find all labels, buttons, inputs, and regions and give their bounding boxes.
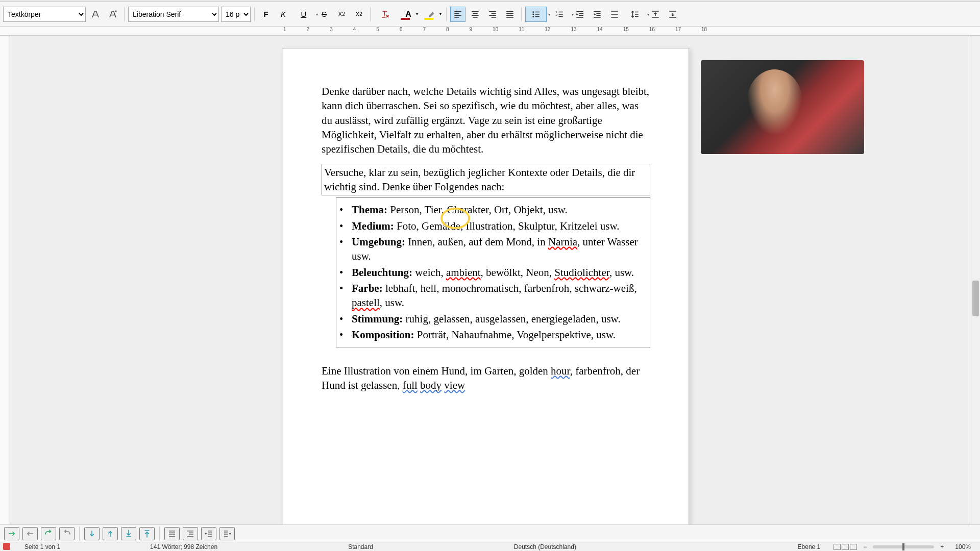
formatting-toolbar: Textkörper Liberation Serif 16 pt F K U▾… (0, 2, 980, 27)
outline-view-button[interactable] (183, 527, 198, 540)
font-name-select[interactable]: Liberation Serif (128, 7, 219, 22)
zoom-out-button[interactable]: − (861, 543, 869, 550)
move-up-double-button[interactable] (139, 527, 155, 540)
intro-paragraph[interactable]: Denke darüber nach, welche Details wicht… (322, 84, 650, 157)
font-color-button[interactable]: A ▾ (398, 7, 419, 22)
horizontal-ruler[interactable]: 123456789101112131415161718 (0, 27, 980, 36)
update-style-button[interactable] (88, 7, 103, 22)
zoom-slider[interactable] (873, 545, 934, 548)
superscript-button[interactable]: X2 (334, 7, 349, 22)
bullet-icon: • (339, 281, 347, 295)
svg-text:2: 2 (556, 13, 558, 16)
app-icon (3, 543, 10, 550)
decrease-spacing-button[interactable] (665, 7, 680, 22)
svg-point-1 (532, 13, 534, 15)
list-item[interactable]: • Thema: Person, Tier, Charakter, Ort, O… (339, 203, 647, 217)
underline-button[interactable]: U▾ (293, 7, 314, 22)
webcam-overlay (701, 60, 864, 154)
framed-intro-paragraph[interactable]: Versuche, klar zu sein, bezüglich jeglic… (322, 164, 650, 196)
bullet-icon: • (339, 235, 347, 249)
align-center-button[interactable] (468, 7, 483, 22)
list-item[interactable]: • Beleuchtung: weich, ambient, bewölkt, … (339, 265, 647, 280)
bullet-icon: • (339, 219, 347, 233)
numbered-list-button[interactable]: 12 ▾ (549, 7, 570, 22)
status-style[interactable]: Standard (339, 543, 382, 550)
indent-right-button[interactable] (219, 527, 235, 540)
italic-button[interactable]: K (276, 7, 291, 22)
bullet-icon: • (339, 265, 347, 280)
align-right-button[interactable] (485, 7, 500, 22)
list-item[interactable]: • Umgebung: Innen, außen, auf dem Mond, … (339, 235, 647, 264)
move-up-button[interactable] (103, 527, 118, 540)
font-size-select[interactable]: 16 pt (221, 7, 251, 22)
svg-point-0 (532, 11, 534, 13)
nav-forward-button[interactable] (4, 527, 19, 540)
move-down-button[interactable] (84, 527, 100, 540)
document-workspace: Denke darüber nach, welche Details wicht… (9, 36, 971, 524)
bullet-list-button[interactable]: ▾ (525, 7, 547, 22)
bullet-icon: • (339, 312, 347, 326)
bullet-icon: • (339, 203, 347, 217)
align-left-button[interactable] (450, 7, 465, 22)
nav-undo-button[interactable] (59, 527, 75, 540)
vertical-scrollbar[interactable] (971, 36, 980, 524)
indent-left-button[interactable] (201, 527, 216, 540)
list-item[interactable]: • Komposition: Porträt, Nahaufnahme, Vog… (339, 328, 647, 342)
move-down-double-button[interactable] (121, 527, 136, 540)
status-bar: Seite 1 von 1 141 Wörter; 998 Zeichen St… (0, 542, 980, 551)
status-zoom[interactable]: 100% (946, 543, 980, 550)
bullet-icon: • (339, 328, 347, 342)
document-page[interactable]: Denke darüber nach, welche Details wicht… (283, 48, 689, 524)
increase-indent-button[interactable] (590, 7, 605, 22)
increase-spacing-button[interactable] (648, 7, 663, 22)
nav-redo-button[interactable] (41, 527, 56, 540)
line-spacing-button[interactable]: ▾ (624, 7, 646, 22)
list-item[interactable]: • Farbe: lebhaft, hell, monochromatisch,… (339, 281, 647, 310)
zoom-in-button[interactable]: + (938, 543, 946, 550)
view-mode-icons[interactable] (834, 544, 857, 550)
status-words[interactable]: 141 Wörter; 998 Zeichen (141, 543, 227, 550)
paragraph-spacing-button[interactable] (607, 7, 622, 22)
list-item[interactable]: • Stimmung: ruhig, gelassen, ausgelassen… (339, 312, 647, 326)
paragraph-style-select[interactable]: Textkörper (3, 7, 86, 22)
strikethrough-button[interactable]: S (316, 7, 332, 22)
list-view-button[interactable] (164, 527, 180, 540)
highlight-color-button[interactable]: ▾ (421, 7, 443, 22)
status-page[interactable]: Seite 1 von 1 (15, 543, 69, 550)
decrease-indent-button[interactable] (572, 7, 587, 22)
closing-paragraph[interactable]: Eine Illustration von einem Hund, im Gar… (322, 364, 650, 393)
nav-back-button[interactable] (22, 527, 38, 540)
new-style-button[interactable] (105, 7, 120, 22)
bullet-list-frame[interactable]: • Thema: Person, Tier, Charakter, Ort, O… (336, 197, 650, 347)
align-justify-button[interactable] (502, 7, 518, 22)
clear-formatting-button[interactable] (374, 7, 396, 22)
status-layer[interactable]: Ebene 1 (789, 543, 830, 550)
subscript-button[interactable]: X2 (351, 7, 366, 22)
page-content: Denke darüber nach, welche Details wicht… (322, 84, 650, 392)
list-item[interactable]: • Medium: Foto, Gemälde, Illustration, S… (339, 219, 647, 233)
vertical-ruler[interactable] (0, 36, 9, 534)
svg-point-2 (532, 16, 534, 17)
scroll-thumb[interactable] (972, 281, 979, 316)
status-language[interactable]: Deutsch (Deutschland) (505, 543, 585, 550)
bold-button[interactable]: F (258, 7, 274, 22)
navigation-toolbar (0, 524, 980, 542)
